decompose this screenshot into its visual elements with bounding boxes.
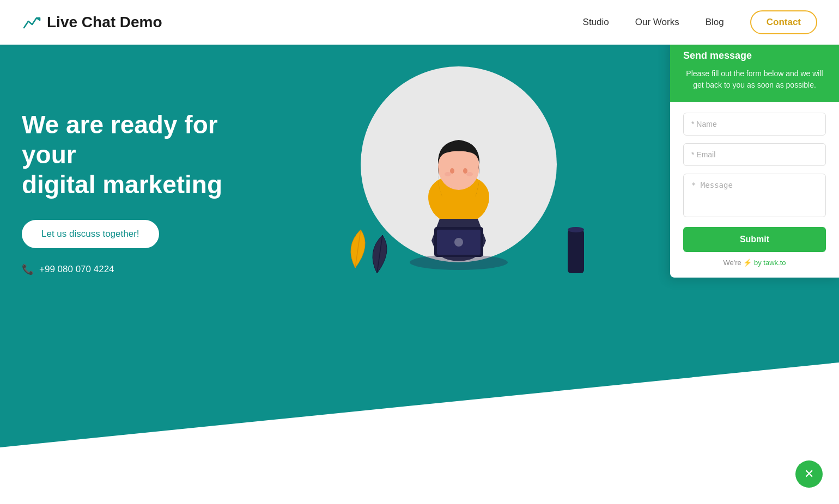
svg-point-13	[568, 227, 584, 232]
svg-point-9	[466, 172, 473, 176]
phone-number: +99 080 070 4224	[39, 264, 114, 275]
hero-content: We are ready for your digital marketing …	[22, 110, 251, 275]
vase-illustration	[562, 224, 589, 279]
submit-button[interactable]: Submit	[683, 227, 826, 252]
tawk-link[interactable]: by tawk.to	[754, 259, 786, 267]
hero-section: We are ready for your digital marketing …	[0, 45, 839, 504]
svg-point-8	[445, 172, 451, 176]
powered-by: We're ⚡ by tawk.to	[683, 259, 826, 267]
contact-panel: Send message Please fill out the form be…	[670, 45, 839, 278]
name-input[interactable]	[683, 113, 826, 136]
phone-icon: 📞	[22, 263, 34, 275]
discuss-button[interactable]: Let us discuss together!	[22, 220, 159, 248]
close-icon: ✕	[804, 467, 814, 481]
phone-row: 📞 +99 080 070 4224	[22, 263, 251, 275]
leaves-illustration	[344, 213, 410, 279]
lightning-icon: ⚡	[743, 259, 752, 267]
panel-body: Submit We're ⚡ by tawk.to	[670, 102, 839, 278]
nav-studio[interactable]: Studio	[583, 17, 609, 28]
svg-point-7	[463, 168, 467, 174]
close-button[interactable]: ✕	[795, 460, 823, 488]
email-input[interactable]	[683, 143, 826, 166]
panel-header: Send message Please fill out the form be…	[670, 45, 839, 102]
main-nav: Studio Our Works Blog Contact	[583, 10, 817, 34]
svg-point-6	[450, 168, 454, 174]
logo-icon	[22, 13, 41, 32]
panel-title: Send message	[683, 50, 826, 62]
nav-blog[interactable]: Blog	[706, 17, 724, 28]
contact-button[interactable]: Contact	[750, 10, 817, 34]
svg-rect-12	[568, 230, 584, 273]
site-header: Live Chat Demo Studio Our Works Blog Con…	[0, 0, 839, 45]
logo-text: Live Chat Demo	[47, 14, 162, 31]
logo[interactable]: Live Chat Demo	[22, 13, 162, 32]
svg-rect-0	[22, 13, 41, 32]
hero-title: We are ready for your digital marketing	[22, 110, 251, 200]
svg-point-4	[454, 238, 463, 247]
message-input[interactable]	[683, 174, 826, 217]
nav-our-works[interactable]: Our Works	[635, 17, 679, 28]
hero-illustration	[361, 66, 557, 262]
panel-subtitle: Please fill out the form below and we wi…	[683, 68, 826, 91]
